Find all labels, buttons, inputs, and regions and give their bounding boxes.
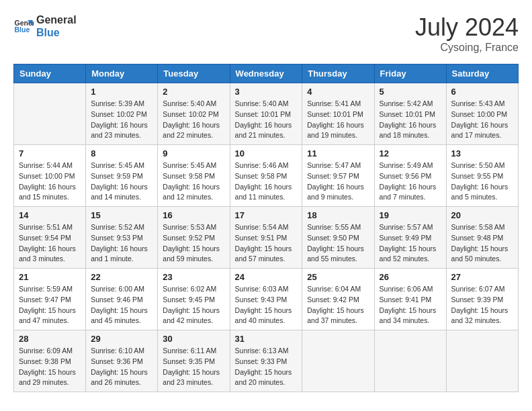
calendar-cell: 1Sunrise: 5:39 AMSunset: 10:02 PMDayligh… bbox=[86, 83, 158, 145]
day-info: Sunrise: 6:04 AMSunset: 9:42 PMDaylight:… bbox=[307, 284, 369, 326]
calendar-cell: 11Sunrise: 5:47 AMSunset: 9:57 PMDayligh… bbox=[302, 145, 374, 207]
day-number: 1 bbox=[91, 87, 152, 97]
day-number: 16 bbox=[163, 210, 224, 220]
logo: General Blue General Blue bbox=[13, 13, 77, 39]
calendar-cell: 2Sunrise: 5:40 AMSunset: 10:02 PMDayligh… bbox=[158, 83, 230, 145]
day-number: 30 bbox=[163, 334, 224, 344]
day-number: 8 bbox=[91, 148, 152, 158]
day-info: Sunrise: 5:58 AMSunset: 9:48 PMDaylight:… bbox=[451, 222, 513, 265]
day-info: Sunrise: 5:54 AMSunset: 9:51 PMDaylight:… bbox=[235, 222, 298, 265]
calendar-cell: 22Sunrise: 6:00 AMSunset: 9:46 PMDayligh… bbox=[86, 269, 158, 330]
day-info: Sunrise: 6:07 AMSunset: 9:39 PMDaylight:… bbox=[451, 284, 513, 326]
logo-text-line1: General bbox=[36, 13, 77, 26]
month-year-title: July 2024 bbox=[415, 13, 519, 42]
day-number: 31 bbox=[235, 334, 298, 344]
day-info: Sunrise: 6:06 AMSunset: 9:41 PMDaylight:… bbox=[380, 284, 441, 326]
weekday-header-friday: Friday bbox=[374, 64, 446, 83]
day-number: 3 bbox=[235, 87, 298, 97]
weekday-header-thursday: Thursday bbox=[302, 64, 374, 83]
calendar-week-row: 21Sunrise: 5:59 AMSunset: 9:47 PMDayligh… bbox=[14, 269, 519, 330]
day-info: Sunrise: 6:00 AMSunset: 9:46 PMDaylight:… bbox=[91, 284, 152, 326]
day-number: 24 bbox=[235, 272, 298, 282]
calendar-cell: 29Sunrise: 6:10 AMSunset: 9:36 PMDayligh… bbox=[86, 330, 158, 392]
calendar-cell: 16Sunrise: 5:53 AMSunset: 9:52 PMDayligh… bbox=[158, 207, 230, 269]
day-number: 25 bbox=[307, 272, 369, 282]
calendar-cell bbox=[446, 330, 518, 392]
day-number: 20 bbox=[451, 210, 513, 220]
day-number: 7 bbox=[19, 148, 81, 158]
day-number: 22 bbox=[91, 272, 152, 282]
calendar-cell: 25Sunrise: 6:04 AMSunset: 9:42 PMDayligh… bbox=[302, 269, 374, 330]
weekday-header-sunday: Sunday bbox=[14, 64, 86, 83]
day-info: Sunrise: 5:44 AMSunset: 10:00 PMDaylight… bbox=[19, 161, 81, 203]
calendar-cell: 7Sunrise: 5:44 AMSunset: 10:00 PMDayligh… bbox=[14, 145, 86, 207]
title-block: July 2024 Cysoing, France bbox=[415, 13, 519, 54]
day-info: Sunrise: 5:42 AMSunset: 10:01 PMDaylight… bbox=[380, 99, 441, 141]
day-info: Sunrise: 6:02 AMSunset: 9:45 PMDaylight:… bbox=[163, 284, 224, 326]
calendar-cell bbox=[14, 83, 86, 145]
calendar-cell: 6Sunrise: 5:43 AMSunset: 10:00 PMDayligh… bbox=[446, 83, 518, 145]
calendar-table: SundayMondayTuesdayWednesdayThursdayFrid… bbox=[13, 64, 519, 392]
day-info: Sunrise: 5:49 AMSunset: 9:56 PMDaylight:… bbox=[380, 161, 441, 203]
weekday-header-wednesday: Wednesday bbox=[230, 64, 302, 83]
day-info: Sunrise: 6:03 AMSunset: 9:43 PMDaylight:… bbox=[235, 284, 298, 326]
calendar-cell: 10Sunrise: 5:46 AMSunset: 9:58 PMDayligh… bbox=[230, 145, 302, 207]
day-info: Sunrise: 6:13 AMSunset: 9:33 PMDaylight:… bbox=[235, 346, 298, 388]
calendar-cell: 27Sunrise: 6:07 AMSunset: 9:39 PMDayligh… bbox=[446, 269, 518, 330]
day-number: 18 bbox=[307, 210, 369, 220]
calendar-cell: 21Sunrise: 5:59 AMSunset: 9:47 PMDayligh… bbox=[14, 269, 86, 330]
day-number: 12 bbox=[380, 148, 441, 158]
calendar-cell: 12Sunrise: 5:49 AMSunset: 9:56 PMDayligh… bbox=[374, 145, 446, 207]
day-info: Sunrise: 5:51 AMSunset: 9:54 PMDaylight:… bbox=[19, 222, 81, 265]
calendar-cell: 24Sunrise: 6:03 AMSunset: 9:43 PMDayligh… bbox=[230, 269, 302, 330]
day-number: 13 bbox=[451, 148, 513, 158]
weekday-header-tuesday: Tuesday bbox=[158, 64, 230, 83]
weekday-header-saturday: Saturday bbox=[446, 64, 518, 83]
logo-icon: General Blue bbox=[13, 16, 34, 36]
calendar-cell: 18Sunrise: 5:55 AMSunset: 9:50 PMDayligh… bbox=[302, 207, 374, 269]
calendar-cell: 17Sunrise: 5:54 AMSunset: 9:51 PMDayligh… bbox=[230, 207, 302, 269]
location-label: Cysoing, France bbox=[415, 42, 519, 54]
calendar-cell: 20Sunrise: 5:58 AMSunset: 9:48 PMDayligh… bbox=[446, 207, 518, 269]
logo-text-line2: Blue bbox=[36, 26, 77, 39]
day-number: 9 bbox=[163, 148, 224, 158]
day-number: 29 bbox=[91, 334, 152, 344]
calendar-cell: 4Sunrise: 5:41 AMSunset: 10:01 PMDayligh… bbox=[302, 83, 374, 145]
calendar-cell: 5Sunrise: 5:42 AMSunset: 10:01 PMDayligh… bbox=[374, 83, 446, 145]
weekday-header-monday: Monday bbox=[86, 64, 158, 83]
calendar-cell: 15Sunrise: 5:52 AMSunset: 9:53 PMDayligh… bbox=[86, 207, 158, 269]
day-info: Sunrise: 5:50 AMSunset: 9:55 PMDaylight:… bbox=[451, 161, 513, 203]
day-number: 21 bbox=[19, 272, 81, 282]
day-info: Sunrise: 5:46 AMSunset: 9:58 PMDaylight:… bbox=[235, 161, 298, 203]
day-info: Sunrise: 5:45 AMSunset: 9:58 PMDaylight:… bbox=[163, 161, 224, 203]
day-info: Sunrise: 5:57 AMSunset: 9:49 PMDaylight:… bbox=[380, 222, 441, 265]
calendar-cell: 3Sunrise: 5:40 AMSunset: 10:01 PMDayligh… bbox=[230, 83, 302, 145]
day-number: 19 bbox=[380, 210, 441, 220]
day-number: 10 bbox=[235, 148, 298, 158]
day-info: Sunrise: 5:52 AMSunset: 9:53 PMDaylight:… bbox=[91, 222, 152, 265]
calendar-week-row: 14Sunrise: 5:51 AMSunset: 9:54 PMDayligh… bbox=[14, 207, 519, 269]
day-number: 14 bbox=[19, 210, 81, 220]
calendar-cell: 19Sunrise: 5:57 AMSunset: 9:49 PMDayligh… bbox=[374, 207, 446, 269]
day-info: Sunrise: 5:40 AMSunset: 10:02 PMDaylight… bbox=[163, 99, 224, 141]
svg-text:Blue: Blue bbox=[15, 26, 30, 34]
day-info: Sunrise: 5:53 AMSunset: 9:52 PMDaylight:… bbox=[163, 222, 224, 265]
day-info: Sunrise: 5:41 AMSunset: 10:01 PMDaylight… bbox=[307, 99, 369, 141]
day-number: 5 bbox=[380, 87, 441, 97]
day-number: 4 bbox=[307, 87, 369, 97]
calendar-cell: 13Sunrise: 5:50 AMSunset: 9:55 PMDayligh… bbox=[446, 145, 518, 207]
page-header: General Blue General Blue July 2024 Cyso… bbox=[13, 13, 519, 54]
calendar-cell: 26Sunrise: 6:06 AMSunset: 9:41 PMDayligh… bbox=[374, 269, 446, 330]
calendar-cell: 8Sunrise: 5:45 AMSunset: 9:59 PMDaylight… bbox=[86, 145, 158, 207]
calendar-cell: 23Sunrise: 6:02 AMSunset: 9:45 PMDayligh… bbox=[158, 269, 230, 330]
day-number: 17 bbox=[235, 210, 298, 220]
day-info: Sunrise: 5:55 AMSunset: 9:50 PMDaylight:… bbox=[307, 222, 369, 265]
day-info: Sunrise: 6:11 AMSunset: 9:35 PMDaylight:… bbox=[163, 346, 224, 388]
day-number: 28 bbox=[19, 334, 81, 344]
day-number: 11 bbox=[307, 148, 369, 158]
day-info: Sunrise: 6:10 AMSunset: 9:36 PMDaylight:… bbox=[91, 346, 152, 388]
day-number: 15 bbox=[91, 210, 152, 220]
day-info: Sunrise: 5:45 AMSunset: 9:59 PMDaylight:… bbox=[91, 161, 152, 203]
calendar-week-row: 28Sunrise: 6:09 AMSunset: 9:38 PMDayligh… bbox=[14, 330, 519, 392]
calendar-cell: 30Sunrise: 6:11 AMSunset: 9:35 PMDayligh… bbox=[158, 330, 230, 392]
